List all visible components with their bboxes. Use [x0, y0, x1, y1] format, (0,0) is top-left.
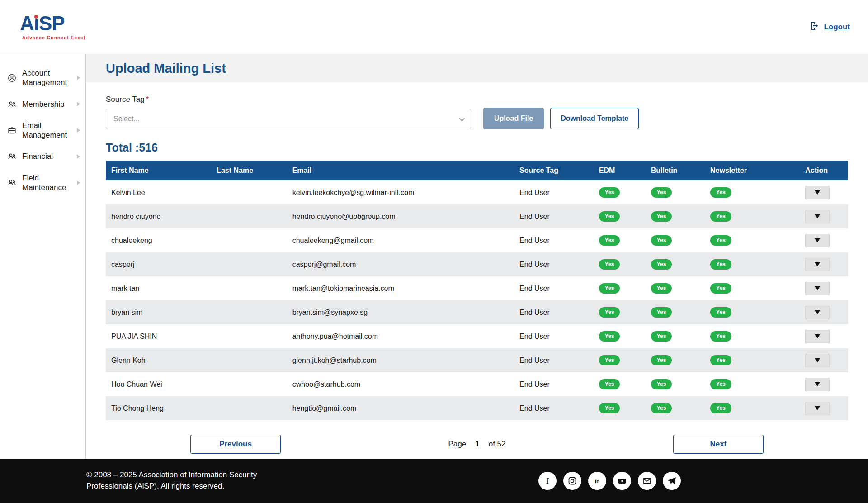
next-page-button[interactable]: Next: [673, 435, 764, 454]
aisp-logo[interactable]: AıSP Advance Connect Excel: [20, 14, 88, 40]
caret-down-icon: [815, 358, 820, 362]
row-action-button[interactable]: [805, 282, 830, 295]
page-title: Upload Mailing List: [106, 61, 848, 76]
bulletin-yes-badge: Yes: [651, 355, 672, 365]
users-icon: [7, 100, 17, 109]
table-row: chualeekeng chualeekeng@gmail.com End Us…: [106, 228, 848, 252]
download-template-button[interactable]: Download Template: [550, 108, 639, 129]
cell-email: glenn.jt.koh@starhub.com: [292, 356, 377, 364]
edm-yes-badge: Yes: [599, 331, 620, 341]
chevron-right-icon: [77, 102, 80, 106]
cell-first-name: casperj: [111, 261, 135, 268]
cell-source-tag: End User: [519, 332, 550, 340]
sidebar-item-label: Email Management: [22, 121, 71, 140]
table-row: hendro ciuyono hendro.ciuyono@uobgroup.c…: [106, 204, 848, 228]
sidebar-item-label: Field Maintenance: [22, 173, 71, 193]
cell-first-name: Glenn Koh: [111, 356, 146, 364]
newsletter-yes-badge: Yes: [710, 331, 731, 341]
cell-first-name: chualeekeng: [111, 237, 152, 244]
email-icon[interactable]: [638, 472, 656, 490]
row-action-button[interactable]: [805, 402, 830, 415]
cell-source-tag: End User: [519, 261, 550, 268]
app-root: AıSP Advance Connect Excel Logout Accoun…: [0, 0, 868, 503]
chevron-right-icon: [77, 76, 80, 80]
col-bulletin: Bulletin: [646, 161, 705, 180]
logout-link[interactable]: Logout: [809, 20, 850, 33]
row-action-button[interactable]: [805, 210, 830, 223]
table-row: Kelvin Lee kelvin.leekokchye@sg.wilmar-i…: [106, 180, 848, 204]
edm-yes-badge: Yes: [599, 235, 620, 245]
table-row: mark tan mark.tan@tokiomarineasia.com En…: [106, 276, 848, 300]
cell-source-tag: End User: [519, 356, 550, 364]
cell-first-name: Tio Chong Heng: [111, 404, 164, 412]
cell-source-tag: End User: [519, 404, 550, 412]
cell-source-tag: End User: [519, 308, 550, 316]
table-row: Tio Chong Heng hengtio@gmail.com End Use…: [106, 396, 848, 420]
row-action-button[interactable]: [805, 234, 830, 247]
telegram-icon[interactable]: [663, 472, 681, 490]
total-count: Total :516: [106, 141, 848, 154]
cell-first-name: Kelvin Lee: [111, 189, 145, 196]
newsletter-yes-badge: Yes: [710, 355, 731, 365]
main-area: Upload Mailing List Source Tag* Select..…: [86, 54, 868, 459]
linkedin-icon[interactable]: in: [588, 472, 606, 490]
cell-email: casperj@gmail.com: [292, 261, 356, 268]
sidebar-item-account-management[interactable]: Account Management: [0, 62, 85, 94]
upload-file-button[interactable]: Upload File: [483, 108, 544, 129]
facebook-icon[interactable]: f: [538, 472, 557, 490]
sidebar-item-label: Membership: [22, 100, 71, 109]
caret-down-icon: [815, 190, 820, 195]
col-first-name: First Name: [106, 161, 211, 180]
row-action-button[interactable]: [805, 330, 830, 343]
row-action-button[interactable]: [805, 186, 830, 199]
sidebar-item-label: Financial: [22, 152, 71, 161]
sidebar-item-membership[interactable]: Membership: [0, 94, 85, 115]
newsletter-yes-badge: Yes: [710, 307, 731, 317]
logo-i-red-dot: ı: [34, 14, 39, 33]
newsletter-yes-badge: Yes: [710, 211, 731, 221]
required-asterisk: *: [146, 95, 149, 104]
cell-email: anthony.pua@hotmail.com: [292, 332, 378, 340]
cell-source-tag: End User: [519, 285, 550, 292]
row-action-button[interactable]: [805, 378, 830, 391]
sidebar-item-email-management[interactable]: Email Management: [0, 115, 85, 146]
caret-down-icon: [815, 310, 820, 314]
bulletin-yes-badge: Yes: [651, 283, 672, 293]
row-action-button[interactable]: [805, 306, 830, 319]
logout-label: Logout: [824, 23, 850, 32]
row-action-button[interactable]: [805, 354, 830, 367]
cell-first-name: mark tan: [111, 285, 139, 292]
table-row: PUA JIA SHIN anthony.pua@hotmail.com End…: [106, 324, 848, 348]
chevron-down-icon: [459, 115, 465, 121]
user-circle-icon: [7, 73, 17, 83]
cell-email: kelvin.leekokchye@sg.wilmar-intl.com: [292, 189, 415, 196]
col-last-name: Last Name: [211, 161, 287, 180]
previous-page-button[interactable]: Previous: [190, 435, 281, 454]
newsletter-yes-badge: Yes: [710, 187, 731, 197]
page-shell: Account Management Membership Email Mana…: [0, 54, 868, 459]
users-icon: [7, 178, 17, 187]
table-row: bryan sim bryan.sim@synapxe.sg End User …: [106, 300, 848, 324]
edm-yes-badge: Yes: [599, 259, 620, 269]
source-tag-label: Source Tag*: [106, 95, 471, 104]
bulletin-yes-badge: Yes: [651, 307, 672, 317]
page-label: Page: [448, 440, 467, 449]
caret-down-icon: [815, 286, 820, 290]
cell-email: mark.tan@tokiomarineasia.com: [292, 285, 394, 292]
youtube-icon[interactable]: [613, 472, 631, 490]
caret-down-icon: [815, 238, 820, 242]
instagram-icon[interactable]: [563, 472, 581, 490]
table-row: Glenn Koh glenn.jt.koh@starhub.com End U…: [106, 348, 848, 372]
cell-source-tag: End User: [519, 380, 550, 388]
sidebar-item-financial[interactable]: Financial: [0, 146, 85, 167]
chevron-right-icon: [77, 154, 80, 159]
cell-source-tag: End User: [519, 189, 550, 196]
bulletin-yes-badge: Yes: [651, 403, 672, 413]
cell-source-tag: End User: [519, 213, 550, 220]
source-tag-select[interactable]: Select...: [106, 109, 471, 129]
cell-email: cwhoo@starhub.com: [292, 380, 361, 388]
sidebar-item-field-maintenance[interactable]: Field Maintenance: [0, 167, 85, 199]
chevron-right-icon: [77, 128, 80, 133]
edm-yes-badge: Yes: [599, 307, 620, 317]
row-action-button[interactable]: [805, 258, 830, 271]
